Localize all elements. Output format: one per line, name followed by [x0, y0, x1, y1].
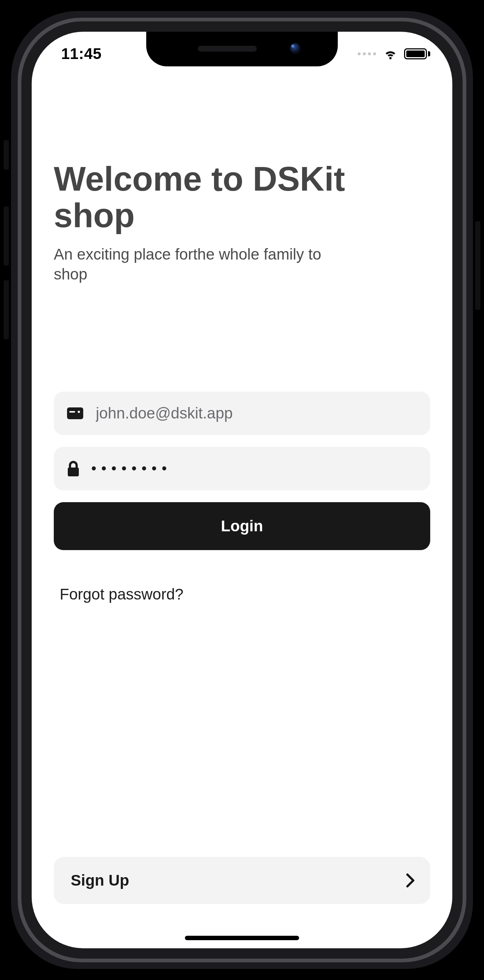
svg-rect-3: [68, 468, 79, 476]
page-title: Welcome to DSKit shop: [54, 161, 430, 234]
status-time: 11:45: [61, 45, 102, 63]
page-subtitle: An exciting place forthe whole family to…: [54, 245, 348, 285]
sign-up-label: Sign Up: [71, 872, 129, 889]
email-input[interactable]: [95, 404, 417, 423]
forgot-password-link[interactable]: Forgot password?: [54, 585, 430, 603]
chevron-right-icon: [406, 873, 416, 888]
lock-icon: [67, 461, 79, 476]
silence-switch: [4, 140, 9, 170]
id-card-icon: [67, 407, 83, 419]
email-field-container[interactable]: [54, 391, 430, 435]
sign-up-button[interactable]: Sign Up: [54, 857, 430, 904]
home-indicator[interactable]: [185, 936, 299, 940]
svg-rect-1: [69, 411, 75, 412]
wifi-icon: [383, 46, 398, 62]
password-input[interactable]: ••••••••: [91, 460, 417, 476]
phone-mockup: 11:45: [0, 0, 484, 980]
cellular-dots-icon: [358, 52, 376, 55]
login-form: •••••••• Login Forgot password?: [54, 391, 430, 603]
power-button: [475, 221, 480, 310]
svg-point-2: [78, 411, 80, 413]
status-bar: 11:45: [32, 32, 452, 76]
login-button[interactable]: Login: [54, 502, 430, 550]
screen: 11:45: [32, 32, 452, 948]
battery-icon: [404, 48, 430, 59]
volume-up-button: [4, 207, 9, 266]
svg-rect-0: [67, 407, 83, 419]
volume-down-button: [4, 280, 9, 339]
password-field-container[interactable]: ••••••••: [54, 447, 430, 490]
